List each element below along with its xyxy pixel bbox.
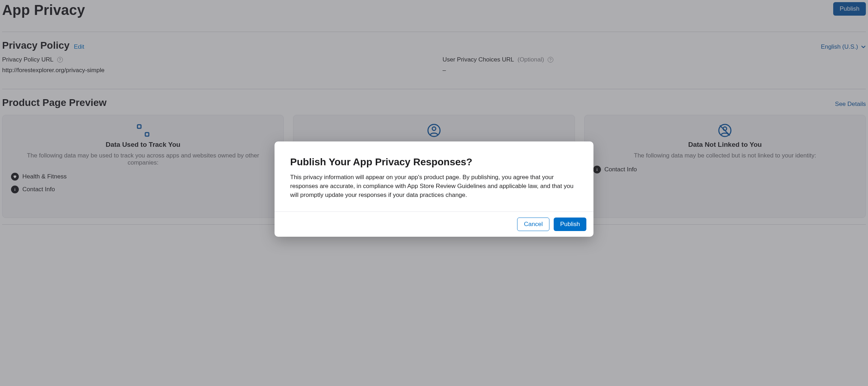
modal-overlay[interactable]: Publish Your App Privacy Responses? This…: [0, 0, 868, 386]
modal-body: Publish Your App Privacy Responses? This…: [275, 141, 593, 211]
cancel-button[interactable]: Cancel: [517, 218, 549, 231]
modal-publish-button[interactable]: Publish: [554, 218, 586, 231]
modal-text: This privacy information will appear on …: [290, 173, 578, 199]
publish-confirm-modal: Publish Your App Privacy Responses? This…: [275, 141, 593, 237]
modal-title: Publish Your App Privacy Responses?: [290, 156, 578, 168]
modal-footer: Cancel Publish: [275, 211, 593, 237]
